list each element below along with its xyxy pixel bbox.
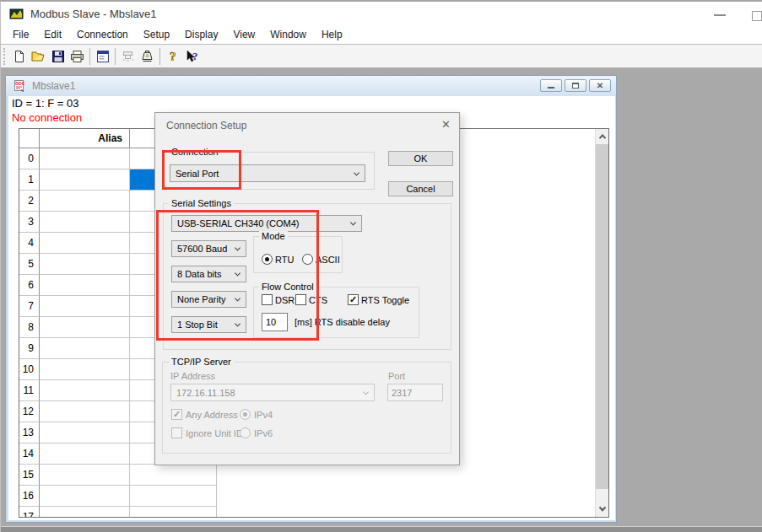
row-number[interactable]: 1: [19, 169, 40, 191]
rts-toggle-checkbox[interactable]: [348, 294, 359, 305]
alias-cell[interactable]: [40, 169, 130, 191]
ascii-label: ASCII: [316, 255, 340, 265]
dialog-close-icon[interactable]: ✕: [441, 118, 451, 131]
alias-cell[interactable]: [40, 443, 130, 465]
menu-setup[interactable]: Setup: [136, 25, 177, 45]
alias-cell[interactable]: [40, 486, 130, 507]
row-number[interactable]: 10: [19, 359, 40, 380]
svg-text:?: ?: [192, 50, 198, 62]
tcp-server-group-label: TCP/IP Server: [169, 357, 234, 368]
row-number[interactable]: 5: [19, 254, 40, 275]
menu-display[interactable]: Display: [177, 25, 225, 45]
alias-cell[interactable]: [40, 275, 130, 296]
window-bottom-border: [1, 526, 762, 532]
svg-text:DOC: DOC: [15, 81, 25, 86]
cancel-button[interactable]: Cancel: [388, 181, 453, 196]
rts-toggle-label: RTS Toggle: [361, 295, 409, 305]
alias-cell[interactable]: [40, 338, 130, 359]
help-button[interactable]: ?: [163, 46, 182, 67]
new-file-button[interactable]: [9, 46, 29, 67]
row-number[interactable]: 6: [19, 275, 40, 296]
modbus-slave-window: Modbus Slave - Mbslave1 File Edit Connec…: [0, 0, 762, 532]
restore-icon: [572, 83, 579, 89]
value-cell[interactable]: [130, 486, 217, 507]
chevron-down-icon: [354, 169, 359, 175]
print-button[interactable]: [68, 46, 87, 67]
context-help-button[interactable]: ?: [182, 46, 202, 67]
row-number[interactable]: 13: [19, 422, 40, 443]
menu-file[interactable]: File: [5, 25, 36, 45]
ip-address-value: 172.16.11.158: [176, 388, 235, 398]
connection-status-text: No connection: [12, 111, 82, 124]
minimize-icon[interactable]: [714, 14, 726, 16]
row-number[interactable]: 17: [19, 507, 40, 518]
display-setup-button[interactable]: [93, 46, 112, 67]
child-titlebar: DOC Mbslave1 ✕: [6, 76, 616, 96]
alias-cell[interactable]: [40, 191, 130, 212]
row-number[interactable]: 8: [19, 317, 40, 338]
open-folder-icon: [31, 50, 46, 63]
table-row: 15: [19, 465, 217, 486]
row-number[interactable]: 15: [19, 465, 40, 486]
row-number[interactable]: 3: [19, 212, 40, 233]
alias-cell[interactable]: [40, 401, 130, 422]
ipv4-label: IPv4: [254, 410, 273, 420]
scrollbar-thumb[interactable]: [596, 144, 609, 489]
value-cell[interactable]: [130, 507, 217, 518]
row-number[interactable]: 9: [19, 338, 40, 359]
save-floppy-icon: [51, 50, 65, 63]
alias-column-header[interactable]: Alias: [40, 129, 130, 148]
help-icon: ?: [167, 50, 179, 63]
child-close-button[interactable]: ✕: [589, 79, 611, 92]
alias-cell[interactable]: [40, 254, 130, 275]
row-number[interactable]: 7: [19, 296, 40, 317]
child-restore-button[interactable]: [565, 79, 586, 92]
menu-connection[interactable]: Connection: [69, 25, 136, 45]
poll-button-disabled[interactable]: [118, 46, 138, 67]
maximize-icon[interactable]: [752, 11, 762, 21]
save-button[interactable]: [48, 46, 68, 67]
ignore-unit-id-checkbox: [171, 427, 182, 438]
scroll-up-button[interactable]: [596, 129, 609, 143]
row-number[interactable]: 12: [19, 401, 40, 422]
menu-view[interactable]: View: [225, 25, 262, 45]
child-minimize-button[interactable]: [540, 79, 562, 92]
row-number[interactable]: 2: [19, 191, 40, 212]
scroll-down-button[interactable]: [596, 502, 609, 517]
toolbar-gripper: [3, 48, 6, 65]
minimize-icon: [548, 87, 554, 89]
tcp-port-input: [387, 384, 443, 401]
alias-cell[interactable]: [40, 233, 130, 254]
menu-window[interactable]: Window: [262, 25, 314, 45]
any-address-checkbox: [171, 409, 182, 420]
menu-help[interactable]: Help: [314, 25, 350, 45]
row-number[interactable]: 11: [19, 380, 40, 401]
toolbar-separator: [115, 48, 116, 65]
alias-cell[interactable]: [40, 359, 130, 380]
alias-cell[interactable]: [40, 317, 130, 338]
alias-cell[interactable]: [40, 422, 130, 443]
open-file-button[interactable]: [29, 46, 48, 67]
chevron-down-icon: [350, 219, 356, 225]
ok-button[interactable]: OK: [388, 151, 453, 166]
alias-cell[interactable]: [40, 296, 130, 317]
menu-edit[interactable]: Edit: [36, 25, 69, 45]
alias-cell[interactable]: [40, 212, 130, 233]
row-number[interactable]: 14: [19, 443, 40, 465]
corner-header-cell: [19, 129, 40, 148]
communication-button[interactable]: [138, 46, 157, 67]
ip-address-label: IP Address: [170, 371, 215, 381]
alias-cell[interactable]: [40, 148, 130, 169]
ip-address-combobox: 172.16.11.158: [170, 384, 375, 401]
value-cell[interactable]: [130, 465, 217, 486]
row-number[interactable]: 4: [19, 233, 40, 254]
poll-disabled-icon: [121, 50, 135, 63]
alias-cell[interactable]: [40, 465, 130, 486]
row-number[interactable]: 16: [19, 486, 40, 507]
table-row: 17: [19, 507, 217, 518]
alias-cell[interactable]: [40, 380, 130, 401]
alias-cell[interactable]: [40, 507, 130, 518]
vertical-scrollbar[interactable]: [595, 129, 608, 517]
poll-definition-text: ID = 1: F = 03: [12, 97, 79, 110]
row-number[interactable]: 0: [19, 148, 40, 169]
